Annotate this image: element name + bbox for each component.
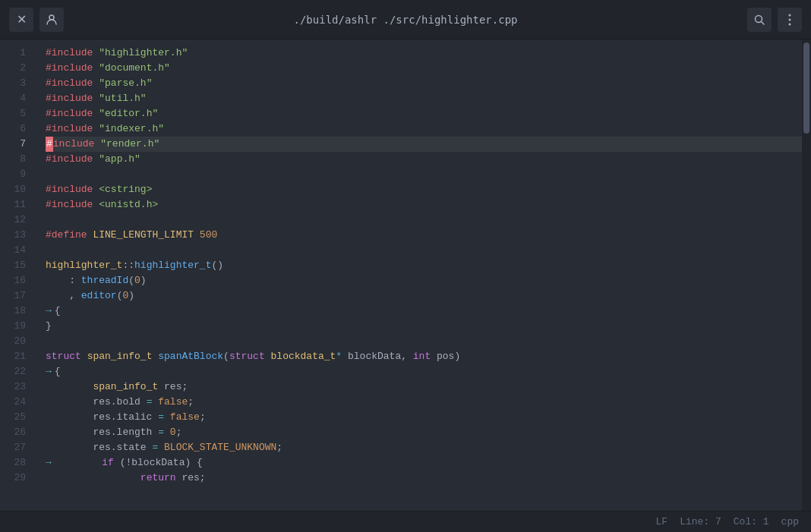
- code-line-28: → if (!blockData) {: [46, 455, 802, 471]
- code-line-13: #define LINE_LENGTH_LIMIT 500: [46, 228, 802, 243]
- line-num-14: 14: [0, 243, 32, 258]
- line-num-10: 10: [0, 182, 32, 197]
- line-num-16: 16: [0, 273, 32, 288]
- code-line-27: res.state = BLOCK_STATE_UNKNOWN;: [46, 440, 802, 455]
- code-line-3: #include "parse.h": [46, 76, 802, 91]
- line-num-26: 26: [0, 425, 32, 440]
- code-line-22: →{: [46, 364, 802, 379]
- editor-area: 1 2 3 4 5 6 7 8 9 10 11 12 13 14 15 16 1…: [0, 39, 811, 511]
- line-num-23: 23: [0, 379, 32, 395]
- code-line-10: #include <cstring>: [46, 182, 802, 197]
- code-line-25: res.italic = false;: [46, 410, 802, 425]
- line-num-7: 7: [0, 137, 32, 152]
- line-num-18: 18: [0, 304, 32, 319]
- line-num-24: 24: [0, 395, 32, 410]
- code-line-23: span_info_t res;: [46, 379, 802, 395]
- line-num-25: 25: [0, 410, 32, 425]
- line-num-12: 12: [0, 212, 32, 228]
- line-num-19: 19: [0, 319, 32, 334]
- line-num-3: 3: [0, 76, 32, 91]
- code-line-29: return res;: [46, 471, 802, 486]
- line-num-6: 6: [0, 121, 32, 137]
- status-lang: cpp: [781, 516, 799, 527]
- code-line-9: [46, 167, 802, 182]
- code-line-4: #include "util.h": [46, 91, 802, 106]
- code-line-17: , editor(0): [46, 288, 802, 304]
- line-num-5: 5: [0, 106, 32, 121]
- line-num-20: 20: [0, 334, 32, 349]
- titlebar-left: ✕: [9, 8, 64, 32]
- code-line-5: #include "editor.h": [46, 106, 802, 121]
- line-num-22: 22: [0, 364, 32, 379]
- svg-point-5: [789, 23, 791, 25]
- code-line-15: highlighter_t::highlighter_t(): [46, 258, 802, 273]
- titlebar: ✕ ./build/ashlr ./src/highlighter.cpp: [0, 0, 811, 39]
- line-num-21: 21: [0, 349, 32, 364]
- code-line-6: #include "indexer.h": [46, 121, 802, 137]
- more-icon: [788, 14, 791, 26]
- titlebar-right: [747, 8, 802, 32]
- code-line-1: #include "highlighter.h": [46, 46, 802, 61]
- close-button[interactable]: ✕: [9, 8, 33, 32]
- line-num-27: 27: [0, 440, 32, 455]
- window-title: ./build/ashlr ./src/highlighter.cpp: [64, 14, 747, 26]
- line-numbers: 1 2 3 4 5 6 7 8 9 10 11 12 13 14 15 16 1…: [0, 39, 39, 511]
- line-num-11: 11: [0, 197, 32, 212]
- svg-point-0: [49, 15, 54, 20]
- code-line-8: #include "app.h": [46, 152, 802, 167]
- status-col: Col: 1: [734, 516, 769, 527]
- code-line-11: #include <unistd.h>: [46, 197, 802, 212]
- code-line-18: →{: [46, 304, 802, 319]
- line-num-17: 17: [0, 288, 32, 304]
- search-icon: [753, 14, 765, 26]
- status-line: Line: 7: [680, 516, 721, 527]
- code-line-16: : threadId(0): [46, 273, 802, 288]
- code-line-20: [46, 334, 802, 349]
- line-num-15: 15: [0, 258, 32, 273]
- scrollbar-thumb[interactable]: [803, 42, 809, 134]
- code-line-7: #include "render.h": [46, 137, 802, 152]
- search-button[interactable]: [747, 8, 772, 32]
- scrollbar[interactable]: [802, 39, 811, 511]
- line-num-29: 29: [0, 471, 32, 486]
- line-num-8: 8: [0, 152, 32, 167]
- line-num-2: 2: [0, 61, 32, 76]
- code-line-19: }: [46, 319, 802, 334]
- line-num-1: 1: [0, 46, 32, 61]
- svg-line-2: [762, 21, 765, 24]
- status-encoding: LF: [656, 516, 668, 527]
- more-button[interactable]: [778, 8, 802, 32]
- code-line-24: res.bold = false;: [46, 395, 802, 410]
- line-num-13: 13: [0, 228, 32, 243]
- svg-point-4: [789, 18, 791, 20]
- statusbar: LF Line: 7 Col: 1 cpp: [0, 511, 811, 532]
- code-line-14: [46, 243, 802, 258]
- code-line-2: #include "document.h": [46, 61, 802, 76]
- user-icon-button[interactable]: [39, 8, 64, 32]
- user-icon: [46, 14, 58, 26]
- code-editor[interactable]: #include "highlighter.h" #include "docum…: [39, 39, 802, 511]
- line-num-28: 28: [0, 455, 32, 471]
- code-line-12: [46, 212, 802, 228]
- code-line-21: struct span_info_t spanAtBlock(struct bl…: [46, 349, 802, 364]
- line-num-9: 9: [0, 167, 32, 182]
- code-line-26: res.length = 0;: [46, 425, 802, 440]
- line-num-4: 4: [0, 91, 32, 106]
- svg-point-3: [789, 14, 791, 16]
